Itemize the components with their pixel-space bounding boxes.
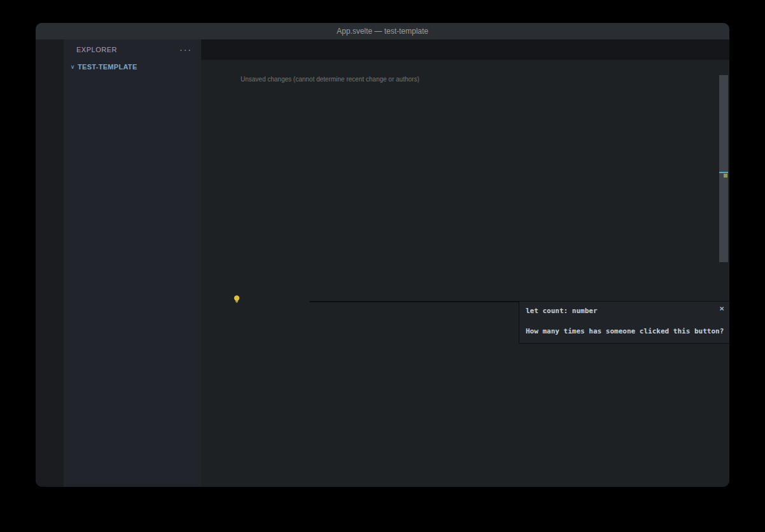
vscode-window: App.svelte — test-template EXPLORER ··· … [36,23,729,487]
window-title: App.svelte — test-template [36,27,729,36]
explorer-sidebar: EXPLORER ··· ∨ TEST-TEMPLATE [64,39,202,487]
editor-scrollbar [719,74,728,487]
zoom-window-button[interactable] [69,27,76,35]
code-editor[interactable]: Unsaved changes (cannot determine recent… [201,74,729,487]
activity-bar [36,39,64,487]
title-bar[interactable]: App.svelte — test-template [36,23,729,39]
breadcrumb [201,60,729,74]
screen: App.svelte — test-template EXPLORER ··· … [0,0,765,532]
close-window-button[interactable] [43,27,51,35]
editor-group: Unsaved changes (cannot determine recent… [201,39,729,487]
scrollbar-thumb[interactable] [719,75,728,262]
suggest-details-panel: let count: number How many times has som… [519,301,729,344]
lightbulb-icon[interactable] [232,294,242,304]
editor-actions [720,39,729,60]
minimize-window-button[interactable] [56,27,64,35]
project-root-row[interactable]: ∨ TEST-TEMPLATE [64,60,201,74]
tab-bar [201,39,729,60]
suggest-signature: let count: number [526,307,598,315]
more-actions-icon[interactable]: ··· [179,45,192,55]
sidebar-header: EXPLORER ··· [64,39,201,60]
sidebar-title: EXPLORER [76,46,179,53]
overview-cursor-marker [719,172,728,173]
close-icon[interactable]: × [719,304,724,313]
suggest-documentation: How many times has someone clicked this … [526,327,724,335]
window-controls [43,23,76,39]
project-root-label: TEST-TEMPLATE [78,63,137,71]
intellisense-suggest-widget [309,301,519,302]
codelens-unsaved-notice: Unsaved changes (cannot determine recent… [241,76,419,83]
chevron-down-icon: ∨ [67,64,78,70]
overview-modified-marker [724,174,727,178]
